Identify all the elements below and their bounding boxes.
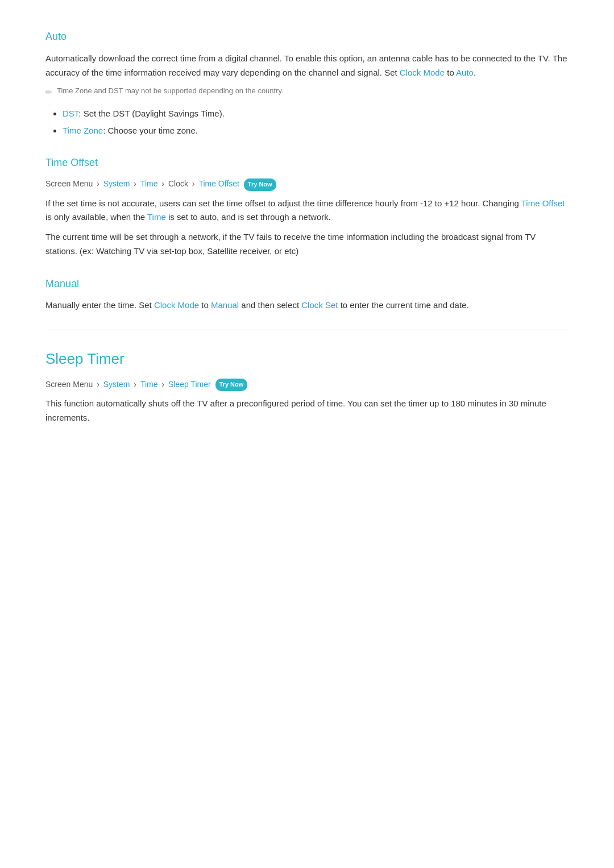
- time-offset-body2: The current time will be set through a n…: [45, 230, 569, 259]
- separator1: ›: [97, 179, 102, 188]
- auto-section: Auto Automatically download the correct …: [45, 28, 569, 138]
- auto-body-text3: .: [474, 68, 476, 77]
- time-offset-section: Time Offset Screen Menu › System › Time …: [45, 155, 569, 259]
- breadcrumb-timeoffset-link[interactable]: Time Offset: [198, 179, 239, 188]
- separator2: ›: [134, 179, 139, 188]
- sleep-sep1: ›: [97, 380, 102, 389]
- sleep-timer-link[interactable]: Sleep Timer: [168, 380, 211, 389]
- time-offset-body1: If the set time is not accurate, users c…: [45, 197, 569, 225]
- manual-clock-set-link[interactable]: Clock Set: [301, 300, 338, 310]
- auto-note-text: Time Zone and DST may not be supported d…: [57, 85, 284, 97]
- dst-text: : Set the DST (Daylight Savings Time).: [78, 109, 225, 118]
- manual-body1: Manually enter the time. Set Clock Mode …: [45, 298, 569, 313]
- auto-bullet-list: DST: Set the DST (Daylight Savings Time)…: [63, 107, 569, 138]
- manual-text3: and then select: [239, 300, 301, 310]
- sleep-timer-body1: This function automatically shuts off th…: [45, 397, 569, 425]
- section-divider: [45, 330, 569, 330]
- manual-text1: Manually enter the time. Set: [45, 300, 154, 310]
- sleep-sep3: ›: [161, 380, 167, 389]
- sleep-timer-try-now-badge[interactable]: Try Now: [215, 379, 248, 391]
- timezone-link[interactable]: Time Zone: [63, 126, 103, 135]
- sleep-time-link[interactable]: Time: [140, 380, 158, 389]
- sleep-timer-title: Sleep Timer: [45, 347, 569, 371]
- auto-body1: Automatically download the correct time …: [45, 52, 569, 80]
- manual-clock-mode-link[interactable]: Clock Mode: [154, 300, 199, 310]
- breadcrumb-prefix: Screen Menu: [45, 179, 93, 188]
- manual-section: Manual Manually enter the time. Set Cloc…: [45, 276, 569, 313]
- auto-auto-link[interactable]: Auto: [456, 68, 474, 77]
- sleep-breadcrumb-prefix: Screen Menu: [45, 380, 93, 389]
- time-offset-text1: If the set time is not accurate, users c…: [45, 198, 521, 208]
- dst-link[interactable]: DST: [63, 109, 78, 118]
- sleep-timer-section: Sleep Timer Screen Menu › System › Time …: [45, 347, 569, 425]
- time-offset-link[interactable]: Time Offset: [521, 198, 565, 208]
- manual-text2: to: [199, 300, 211, 310]
- note-icon: ✏: [45, 86, 52, 98]
- time-offset-try-now-badge[interactable]: Try Now: [244, 178, 276, 191]
- sleep-sep2: ›: [134, 380, 139, 389]
- auto-body-text1: Automatically download the correct time …: [45, 53, 567, 77]
- sleep-system-link[interactable]: System: [103, 380, 130, 389]
- auto-body-text2: to: [445, 68, 456, 77]
- auto-title: Auto: [45, 28, 569, 45]
- time-offset-text3: is set to auto, and is set through a net…: [166, 212, 331, 222]
- separator3: ›: [161, 179, 167, 188]
- manual-text4: to enter the current time and date.: [338, 300, 468, 310]
- time-offset-breadcrumb: Screen Menu › System › Time › Clock › Ti…: [45, 177, 569, 190]
- breadcrumb-system-link[interactable]: System: [103, 179, 130, 188]
- time-link[interactable]: Time: [147, 212, 166, 222]
- manual-title: Manual: [45, 276, 569, 292]
- time-offset-text2: is only available, when the: [45, 212, 147, 222]
- sleep-timer-breadcrumb: Screen Menu › System › Time › Sleep Time…: [45, 378, 569, 391]
- time-offset-title: Time Offset: [45, 155, 569, 171]
- bullet-timezone: Time Zone: Choose your time zone.: [63, 124, 569, 138]
- auto-note: ✏ Time Zone and DST may not be supported…: [45, 85, 569, 98]
- manual-manual-link[interactable]: Manual: [211, 300, 239, 310]
- timezone-text: : Choose your time zone.: [103, 126, 198, 135]
- separator4: ›: [192, 179, 197, 188]
- bullet-dst: DST: Set the DST (Daylight Savings Time)…: [63, 107, 569, 121]
- breadcrumb-clock-text: Clock: [168, 179, 188, 188]
- breadcrumb-time-link[interactable]: Time: [140, 179, 158, 188]
- auto-clock-mode-link[interactable]: Clock Mode: [400, 68, 445, 77]
